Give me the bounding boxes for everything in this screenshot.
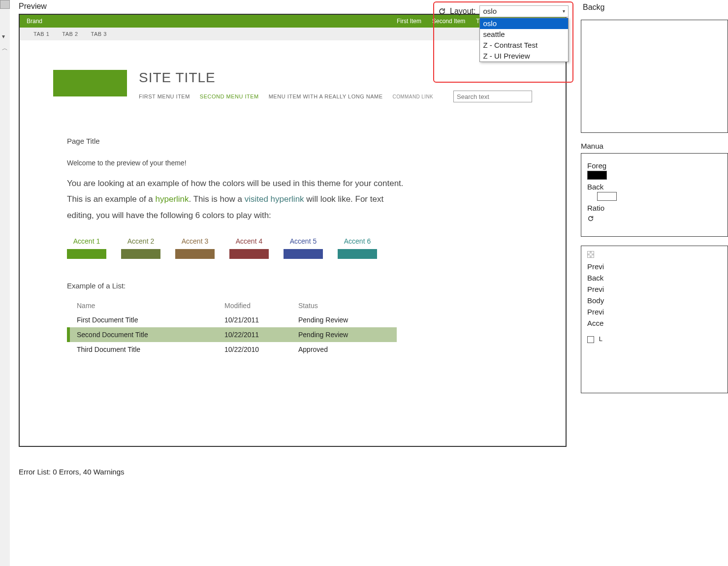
cell-name: Second Document Title [77,331,224,339]
chevron-up-icon[interactable]: ︿ [2,44,8,53]
panel-label: Previ [587,285,722,293]
command-link[interactable]: COMMAND LINK [393,94,434,99]
cell-name: Third Document Title [77,346,224,353]
col-header-name: Name [77,302,224,310]
preview-heading: Preview [19,2,47,11]
site-logo [53,70,127,96]
background-swatch[interactable] [597,192,617,201]
accent-swatch [67,249,106,259]
accent-swatch [175,249,215,259]
foreground-label: Foreg [587,161,722,170]
hyperlink-sample[interactable]: hyperlink [156,194,189,204]
refresh-icon[interactable] [587,215,594,222]
list-heading: Example of a List: [67,282,411,290]
accent-swatches: Accent 1Accent 2Accent 3Accent 4Accent 5… [67,237,411,259]
para-text: . This is how a [189,194,245,204]
tab-item[interactable]: TAB 1 [33,31,49,37]
accent-label: Accent 1 [67,237,106,245]
example-list: Name Modified Status First Document Titl… [67,299,397,357]
error-list-status[interactable]: Error List: 0 Errors, 40 Warnings [19,468,125,476]
layout-label: Layout: [450,7,475,16]
accent-item: Accent 1 [67,237,106,259]
chevron-down-icon[interactable]: ▾ [2,33,5,40]
preview-colors-panel: PreviBackPreviBodyPreviAcce L [581,246,728,393]
accent-swatch [338,249,377,259]
layout-select[interactable]: oslo ▾ osloseattleZ - Contrast TestZ - U… [479,5,569,17]
cell-status: Pending Review [298,316,397,324]
welcome-text: Welcome to the preview of your theme! [67,159,411,167]
accent-label: Accent 5 [284,237,323,245]
cell-status: Approved [298,346,397,353]
search-input[interactable] [453,91,532,102]
refresh-icon[interactable] [438,7,446,15]
layout-option[interactable]: Z - Contrast Test [480,40,568,51]
accent-label: Accent 6 [338,237,377,245]
layout-selector-highlight: Layout: oslo ▾ osloseattleZ - Contrast T… [433,1,573,83]
tab-item[interactable]: TAB 3 [91,31,107,37]
table-header-row: Name Modified Status [67,299,397,313]
menu-item[interactable]: MENU ITEM WITH A REALLY LONG NAME [269,94,383,99]
layout-selected-value: oslo [483,6,497,17]
menu-item-active[interactable]: SECOND MENU ITEM [200,94,259,99]
table-row[interactable]: Third Document Title10/22/2010Approved [67,342,397,357]
ratio-label: Ratio [587,204,722,212]
panel-label: Previ [587,308,722,316]
left-scrollbar[interactable]: ▾ ︿ [0,0,10,566]
checkbox[interactable] [587,336,594,343]
panel-label: Acce [587,319,722,327]
cell-modified: 10/21/2011 [224,316,298,324]
caret-down-icon: ▾ [563,6,565,17]
accent-label: Accent 3 [175,237,215,245]
layout-option[interactable]: Z - UI Preview [480,51,568,62]
topnav-item[interactable]: First Item [397,18,421,25]
table-row[interactable]: Second Document Title10/22/2011Pending R… [67,327,397,342]
cell-status: Pending Review [298,331,397,339]
scroll-handle[interactable] [0,0,10,9]
accent-swatch [284,249,323,259]
accent-label: Accent 4 [229,237,269,245]
layout-option[interactable]: oslo [480,18,568,29]
accent-item: Accent 2 [121,237,160,259]
layout-dropdown[interactable]: osloseattleZ - Contrast TestZ - UI Previ… [479,18,569,62]
panel-label: Previ [587,262,722,271]
background-panel [581,20,728,133]
manual-label: Manua [581,142,728,150]
table-row[interactable]: First Document Title10/21/2011Pending Re… [67,313,397,327]
cell-name: First Document Title [77,316,224,324]
background-label-fragment: Backg [583,3,604,12]
cell-modified: 10/22/2011 [224,331,298,339]
menu-item[interactable]: FIRST MENU ITEM [139,94,190,99]
transparency-swatch[interactable] [587,251,594,258]
accent-item: Accent 3 [175,237,215,259]
accent-swatch [229,249,269,259]
accent-item: Accent 4 [229,237,269,259]
accent-swatch [121,249,160,259]
contrast-panel: Foreg Back Ratio [581,153,728,237]
accent-item: Accent 6 [338,237,377,259]
tab-item[interactable]: TAB 2 [62,31,78,37]
panel-label: Back [587,274,722,282]
col-header-status: Status [298,302,397,310]
checkbox-label: L [599,335,602,343]
cell-modified: 10/22/2010 [224,346,298,353]
panel-label: Body [587,296,722,305]
visited-hyperlink-sample[interactable]: visited hyperlink [245,194,304,204]
layout-option[interactable]: seattle [480,29,568,40]
col-header-modified: Modified [224,302,298,310]
site-menu: FIRST MENU ITEM SECOND MENU ITEM MENU IT… [139,91,532,102]
foreground-swatch[interactable] [587,171,607,180]
body-paragraph: You are looking at an example of how the… [67,176,411,223]
accent-label: Accent 2 [121,237,160,245]
page-title: Page Title [67,137,411,145]
background-label: Back [587,183,722,191]
brand-label[interactable]: Brand [27,18,42,25]
accent-item: Accent 5 [284,237,323,259]
